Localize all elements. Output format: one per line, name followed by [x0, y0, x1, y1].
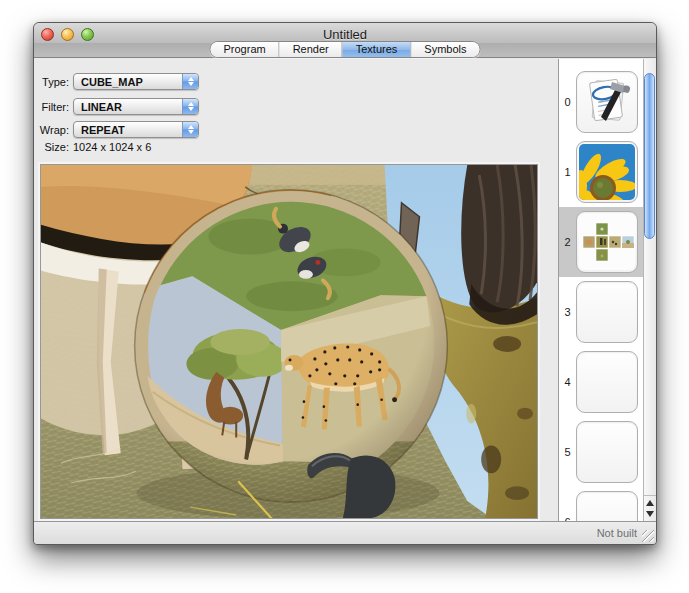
texture-thumbnail: [576, 141, 638, 203]
texture-index: 3: [559, 306, 576, 318]
wrap-popup-value: REPEAT: [81, 124, 125, 136]
scroll-down-icon[interactable]: [646, 511, 654, 517]
filter-row: Filter: LINEAR: [38, 98, 199, 115]
scrollbar-arrows: [643, 495, 656, 521]
texture-list-item-0[interactable]: 0: [559, 67, 643, 137]
filter-label: Filter:: [38, 101, 69, 113]
window-title: Untitled: [34, 27, 656, 42]
size-label: Size:: [38, 141, 69, 153]
tab-program[interactable]: Program: [210, 42, 279, 57]
texture-thumbnail-empty: [576, 351, 638, 413]
scroll-up-icon[interactable]: [646, 500, 654, 506]
texture-list: 0: [559, 59, 643, 521]
tab-symbols[interactable]: Symbols: [411, 42, 479, 57]
tab-render[interactable]: Render: [280, 42, 343, 57]
type-popup[interactable]: CUBE_MAP: [73, 73, 199, 90]
cube-map-cross: [579, 214, 635, 270]
filter-popup-value: LINEAR: [81, 101, 122, 113]
texture-thumbnail: [576, 211, 638, 273]
title-bar: Untitled Program Render Textures Symbols: [34, 23, 656, 58]
build-status-text: Not built: [597, 527, 637, 539]
sunflower-photo: [579, 144, 635, 200]
texture-index: 1: [559, 166, 576, 178]
texture-list-item-1[interactable]: 1: [559, 137, 643, 207]
savanna-cubemap-scene: [41, 165, 537, 518]
texture-thumbnail-empty: [576, 491, 638, 521]
texture-thumbnail: [576, 71, 638, 133]
texture-list-item-5[interactable]: 5: [559, 417, 643, 487]
type-popup-value: CUBE_MAP: [81, 76, 143, 88]
content-area: Type: CUBE_MAP Filter: LINEAR Wrap: REPE…: [34, 59, 656, 521]
texture-list-item-6[interactable]: 6: [559, 487, 643, 521]
cube-map-preview[interactable]: [40, 164, 538, 519]
texture-list-item-2[interactable]: 2: [559, 207, 643, 277]
scrollbar[interactable]: [643, 59, 656, 521]
tab-bar: Program Render Textures Symbols: [209, 41, 480, 58]
texture-index: 4: [559, 376, 576, 388]
app-window: Untitled Program Render Textures Symbols…: [33, 22, 657, 545]
status-bar: Not built: [34, 521, 656, 544]
texture-index: 0: [559, 96, 576, 108]
tab-textures[interactable]: Textures: [343, 42, 412, 57]
wrap-popup[interactable]: REPEAT: [73, 121, 199, 138]
type-row: Type: CUBE_MAP: [38, 73, 199, 90]
popup-stepper-icon: [182, 99, 198, 114]
wrap-label: Wrap:: [38, 124, 69, 136]
wrap-row: Wrap: REPEAT: [38, 121, 199, 138]
popup-stepper-icon: [182, 122, 198, 137]
texture-list-item-4[interactable]: 4: [559, 347, 643, 417]
size-value: 1024 x 1024 x 6: [73, 141, 151, 153]
texture-index: 5: [559, 446, 576, 458]
type-label: Type:: [38, 76, 69, 88]
texture-index: 2: [559, 236, 576, 248]
texture-list-item-3[interactable]: 3: [559, 277, 643, 347]
texture-thumbnail-empty: [576, 281, 638, 343]
texture-settings-panel: Type: CUBE_MAP Filter: LINEAR Wrap: REPE…: [34, 59, 558, 521]
filter-popup[interactable]: LINEAR: [73, 98, 199, 115]
resize-grip-icon[interactable]: [642, 530, 654, 542]
shader-builder-icon: [579, 74, 635, 130]
size-row: Size: 1024 x 1024 x 6: [38, 141, 151, 153]
popup-stepper-icon: [182, 74, 198, 89]
texture-thumbnail-empty: [576, 421, 638, 483]
scrollbar-thumb[interactable]: [644, 73, 655, 239]
